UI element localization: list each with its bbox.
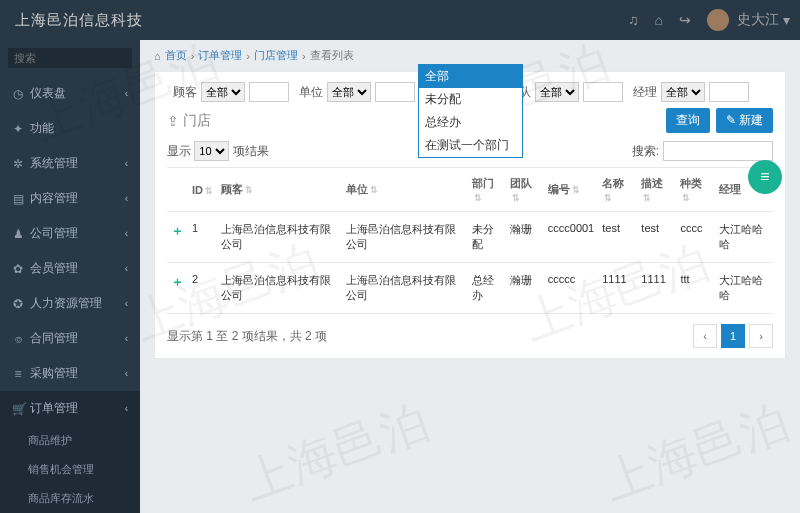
star-icon: ✦ [12,122,24,136]
filter-input-unit[interactable] [375,82,415,102]
cell-manager: 大江哈哈哈 [715,212,773,263]
pagination: ‹ 1 › [693,324,773,348]
create-button[interactable]: ✎ 新建 [716,108,773,133]
sort-icon: ⇅ [245,185,253,195]
sort-icon: ⇅ [474,193,482,203]
sidebar-item-label: 内容管理 [30,190,78,207]
sidebar-item-contract[interactable]: ⌾合同管理‹ [0,321,140,356]
cell-name: 1111 [598,263,637,314]
filter-select-manager[interactable]: 全部 [661,82,705,102]
sidebar-item-dashboard[interactable]: ◷仪表盘‹ [0,76,140,111]
user-menu[interactable]: 史大江 ▾ [707,9,790,31]
brand-title: 上海邑泊信息科技 [15,11,628,30]
pager-page[interactable]: 1 [721,324,745,348]
chevron-left-icon: ‹ [125,158,128,169]
table-search-label: 搜索: [632,143,659,160]
col-type[interactable]: 种类⇅ [676,168,715,212]
col-name[interactable]: 名称⇅ [598,168,637,212]
sidebar-item-label: 系统管理 [30,155,78,172]
sidebar-item-label: 仪表盘 [30,85,66,102]
sort-icon: ⇅ [572,185,580,195]
data-table: ID⇅ 顾客⇅ 单位⇅ 部门⇅ 团队⇅ 编号⇅ 名称⇅ 描述⇅ 种类⇅ 经理 ＋ [167,167,773,314]
breadcrumb-link[interactable]: 门店管理 [254,48,298,63]
cell-desc: 1111 [637,263,676,314]
sort-icon: ⇅ [604,193,612,203]
home-icon[interactable]: ⌂ [154,50,161,62]
cell-code: ccccc [544,263,598,314]
submenu-item[interactable]: 销售机会管理 [0,455,140,484]
company-icon: ♟ [12,227,24,241]
cell-unit: 上海邑泊信息科技有限公司 [342,263,467,314]
sidebar-item-order[interactable]: 🛒订单管理‹ [0,391,140,426]
sidebar-item-company[interactable]: ♟公司管理‹ [0,216,140,251]
filter-select-team[interactable]: 全部 [535,82,579,102]
breadcrumb-link[interactable]: 首页 [165,48,187,63]
filter-select-customer[interactable]: 全部 [201,82,245,102]
sidebar-item-content[interactable]: ▤内容管理‹ [0,181,140,216]
filter-input-customer[interactable] [249,82,289,102]
sidebar-item-purchase[interactable]: ≡采购管理‹ [0,356,140,391]
cell-id: 1 [188,212,217,263]
submenu-item[interactable]: 商品维护 [0,426,140,455]
cell-dept: 未分配 [468,212,506,263]
col-code[interactable]: 编号⇅ [544,168,598,212]
dropdown-option-selected[interactable]: 全部 [419,65,522,88]
col-customer[interactable]: 顾客⇅ [217,168,342,212]
chevron-down-icon: ▾ [783,12,790,28]
cell-customer: 上海邑泊信息科技有限公司 [217,212,342,263]
col-label: ID [192,184,203,196]
dropdown-option[interactable]: 在测试一个部门 [419,134,522,157]
cell-name: test [598,212,637,263]
col-label: 名称 [602,177,624,189]
bell-icon[interactable]: ♫ [628,12,639,28]
chevron-left-icon: ‹ [125,333,128,344]
home-icon[interactable]: ⌂ [655,12,663,28]
pager-prev[interactable]: ‹ [693,324,717,348]
col-unit[interactable]: 单位⇅ [342,168,467,212]
gauge-icon: ◷ [12,87,24,101]
filter-input-team[interactable] [583,82,623,102]
expand-icon[interactable]: ＋ [171,223,184,238]
pager-next[interactable]: › [749,324,773,348]
breadcrumb-link[interactable]: 订单管理 [198,48,242,63]
submenu-item[interactable]: 商品库存流水 [0,484,140,513]
expand-icon[interactable]: ＋ [171,274,184,289]
dropdown-option[interactable]: 未分配 [419,88,522,111]
filter-input-manager[interactable] [709,82,749,102]
chevron-left-icon: ‹ [125,193,128,204]
col-team[interactable]: 团队⇅ [506,168,543,212]
cell-type: ttt [676,263,715,314]
floating-action-button[interactable]: ≡ [748,160,782,194]
sidebar-item-function[interactable]: ✦功能 [0,111,140,146]
col-label: 编号 [548,183,570,195]
sort-icon: ⇅ [205,186,213,196]
show-label: 显示 [167,143,191,160]
col-desc[interactable]: 描述⇅ [637,168,676,212]
page-size-select[interactable]: 10 [194,141,229,161]
sidebar-item-system[interactable]: ✲系统管理‹ [0,146,140,181]
table-row[interactable]: ＋ 1 上海邑泊信息科技有限公司 上海邑泊信息科技有限公司 未分配 瀚珊 ccc… [167,212,773,263]
sort-icon: ⇅ [643,193,651,203]
sidebar-search-input[interactable] [8,48,132,68]
hr-icon: ✪ [12,297,24,311]
top-header: 上海邑泊信息科技 ♫ ⌂ ↪ 史大江 ▾ [0,0,800,40]
filter-select-unit[interactable]: 全部 [327,82,371,102]
dropdown-option[interactable]: 总经办 [419,111,522,134]
cell-id: 2 [188,263,217,314]
results-summary: 显示第 1 至 2 项结果，共 2 项 [167,328,327,345]
query-button[interactable]: 查询 [666,108,710,133]
sidebar-item-member[interactable]: ✿会员管理‹ [0,251,140,286]
sidebar-item-label: 功能 [30,120,54,137]
sidebar-item-hr[interactable]: ✪人力资源管理‹ [0,286,140,321]
col-dept[interactable]: 部门⇅ [468,168,506,212]
cell-team: 瀚珊 [506,263,543,314]
sidebar-item-label: 合同管理 [30,330,78,347]
content-icon: ▤ [12,192,24,206]
cell-desc: test [637,212,676,263]
table-row[interactable]: ＋ 2 上海邑泊信息科技有限公司 上海邑泊信息科技有限公司 总经办 瀚珊 ccc… [167,263,773,314]
exit-icon[interactable]: ↪ [679,12,691,28]
sort-icon: ⇅ [370,185,378,195]
chevron-left-icon: ‹ [125,368,128,379]
table-search-input[interactable] [663,141,773,161]
col-id[interactable]: ID⇅ [188,168,217,212]
